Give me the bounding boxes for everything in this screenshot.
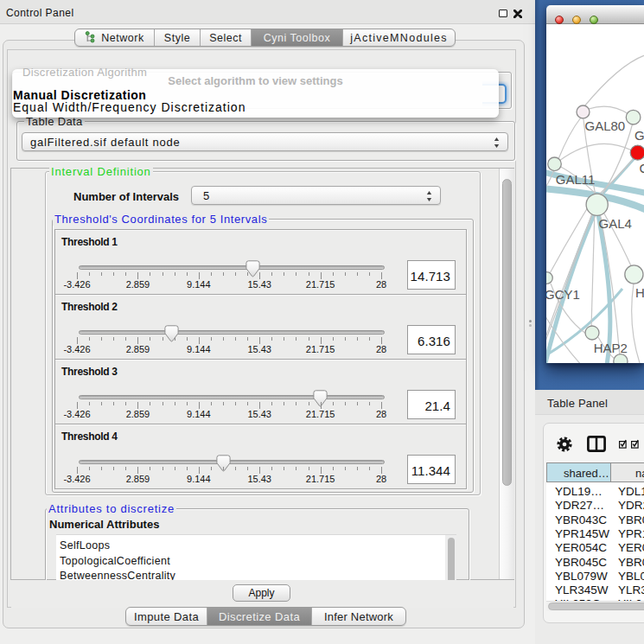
svg-text:CY: CY — [640, 161, 644, 175]
svg-text:HIS: HIS — [635, 285, 644, 300]
svg-text:GAL: GAL — [634, 128, 644, 143]
svg-text:HAP2: HAP2 — [594, 341, 628, 355]
svg-text:GAL11: GAL11 — [556, 172, 596, 187]
svg-text:GCY1: GCY1 — [546, 287, 580, 302]
svg-text:GAL80: GAL80 — [585, 118, 626, 133]
svg-text:GAL4: GAL4 — [599, 216, 632, 231]
